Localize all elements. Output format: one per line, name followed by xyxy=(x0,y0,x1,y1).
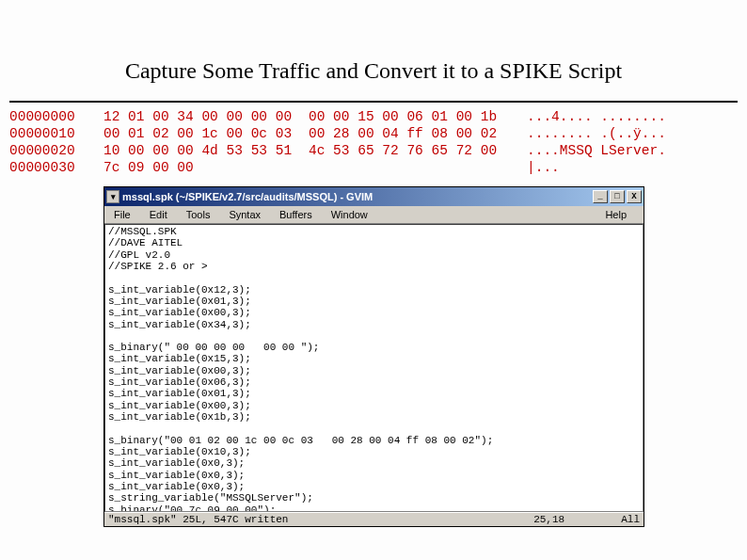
menu-syntax[interactable]: Syntax xyxy=(223,208,274,221)
hex-row: 0000002010 00 00 00 4d 53 53 514c 53 65 … xyxy=(9,142,738,159)
hex-bytes: 7c 09 00 00 xyxy=(103,159,309,176)
hex-row: 0000001000 01 02 00 1c 00 0c 0300 28 00 … xyxy=(9,125,738,142)
status-file: "mssql.spk" 25L, 547C written xyxy=(108,514,533,525)
window-title: mssql.spk (~/SPIKE/v2.7/src/audits/MSSQL… xyxy=(122,191,591,202)
hex-bytes: 00 00 15 00 06 01 00 1b xyxy=(309,108,527,125)
menu-window[interactable]: Window xyxy=(326,208,381,221)
statusbar: "mssql.spk" 25L, 547C written 25,18 All xyxy=(104,512,644,526)
hex-bytes: 00 28 00 04 ff 08 00 02 xyxy=(309,125,527,142)
status-scroll-mode: All xyxy=(621,514,640,525)
menu-file[interactable]: File xyxy=(108,208,144,221)
hex-ascii: ...4.... ........ xyxy=(527,108,666,125)
hex-offset: 00000010 xyxy=(9,125,103,142)
system-menu-icon[interactable]: ▾ xyxy=(106,190,119,203)
menu-tools[interactable]: Tools xyxy=(181,208,224,221)
hex-ascii: ........ .(..ÿ... xyxy=(527,125,666,142)
hex-row: 000000307c 09 00 00|... xyxy=(9,159,738,176)
hex-bytes: 12 01 00 34 00 00 00 00 xyxy=(103,108,309,125)
hex-bytes: 00 01 02 00 1c 00 0c 03 xyxy=(103,125,309,142)
hex-ascii: ....MSSQ LServer. xyxy=(527,142,666,159)
menu-help[interactable]: Help xyxy=(599,208,640,221)
hex-row: 0000000012 01 00 34 00 00 00 0000 00 15 … xyxy=(9,108,738,125)
minimize-button[interactable]: _ xyxy=(593,190,608,203)
menu-edit[interactable]: Edit xyxy=(144,208,181,221)
editor-text-area[interactable]: //MSSQL.SPK //DAVE AITEL //GPL v2.0 //SP… xyxy=(104,224,644,512)
page-title: Capture Some Traffic and Convert it to a… xyxy=(0,0,747,84)
menu-buffers[interactable]: Buffers xyxy=(274,208,326,221)
hex-offset: 00000030 xyxy=(9,159,103,176)
hex-ascii: |... xyxy=(527,159,560,176)
gvim-window: ▾ mssql.spk (~/SPIKE/v2.7/src/audits/MSS… xyxy=(103,186,644,527)
maximize-button[interactable]: □ xyxy=(610,190,625,203)
status-cursor-position: 25,18 xyxy=(533,514,564,525)
hex-bytes: 4c 53 65 72 76 65 72 00 xyxy=(309,142,527,159)
menubar: File Edit Tools Syntax Buffers Window He… xyxy=(104,206,644,224)
hex-dump: 0000000012 01 00 34 00 00 00 0000 00 15 … xyxy=(9,101,738,177)
hex-offset: 00000020 xyxy=(9,142,103,159)
hex-bytes: 10 00 00 00 4d 53 53 51 xyxy=(103,142,309,159)
hex-offset: 00000000 xyxy=(9,108,103,125)
close-button[interactable]: X xyxy=(627,190,642,203)
titlebar[interactable]: ▾ mssql.spk (~/SPIKE/v2.7/src/audits/MSS… xyxy=(104,187,644,206)
